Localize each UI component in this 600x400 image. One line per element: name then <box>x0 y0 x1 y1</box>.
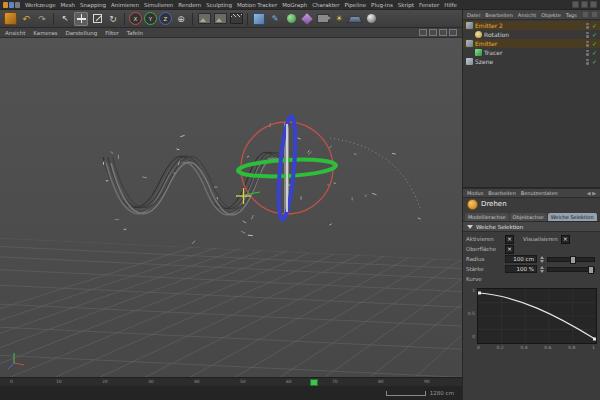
radius-spinner[interactable] <box>540 256 544 263</box>
enabled-check-icon[interactable]: ✓ <box>592 50 597 56</box>
curve-plot[interactable] <box>477 288 597 344</box>
om-menu-objekte[interactable]: Objekte <box>541 12 561 18</box>
oberflaeche-checkbox[interactable] <box>505 245 514 254</box>
c4d-logo-icon[interactable] <box>3 12 17 26</box>
menu-item-mograph[interactable]: MoGraph <box>282 2 307 8</box>
menu-item-sculpting[interactable]: Sculpting <box>206 2 232 8</box>
om-menu-ansicht[interactable]: Ansicht <box>518 12 536 18</box>
light-icon[interactable]: ☀ <box>332 12 346 26</box>
z-axis-lock-button[interactable]: Z <box>159 12 172 25</box>
object-row-tracer[interactable]: Tracer ✓ <box>463 48 600 57</box>
coordinate-system-icon[interactable]: ⊕ <box>174 12 188 26</box>
viewport-canvas[interactable] <box>0 38 462 377</box>
redo-icon[interactable]: ↷ <box>35 12 49 26</box>
deformer-icon[interactable] <box>300 12 314 26</box>
timeline-tick: 50 <box>240 379 246 384</box>
menu-item-plugins[interactable]: Plug-ins <box>371 2 393 8</box>
om-menu-tags[interactable]: Tags <box>566 12 577 18</box>
object-row-rotation[interactable]: Rotation ✓ <box>463 30 600 39</box>
menu-item-werkzeuge[interactable]: Werkzeuge <box>25 2 56 8</box>
aktivieren-checkbox[interactable] <box>505 235 514 244</box>
timeline-tick: 30 <box>148 379 154 384</box>
staerke-field[interactable]: 100 % <box>505 265 537 273</box>
object-row-emitter-2[interactable]: Emitter 2 ✓ <box>463 21 600 30</box>
vp-menu-filter[interactable]: Filter <box>105 30 119 36</box>
app-logo-icon[interactable] <box>3 2 20 8</box>
vp-menu-darstellung[interactable]: Darstellung <box>65 30 97 36</box>
section-header[interactable]: Weiche Selektion <box>463 222 600 232</box>
right-panel: Datei Bearbeiten Ansicht Objekte Tags Em… <box>462 10 600 400</box>
staerke-slider[interactable] <box>547 267 595 272</box>
render-view-icon[interactable] <box>197 12 211 26</box>
menu-item-pipeline[interactable]: Pipeline <box>345 2 367 8</box>
visibility-dots[interactable] <box>586 23 589 29</box>
enabled-check-icon[interactable]: ✓ <box>592 32 597 38</box>
am-nav-icons[interactable]: ◀ ▶ <box>587 190 596 196</box>
tab-weiche-selektion[interactable]: Weiche Selektion <box>548 213 597 221</box>
staerke-spinner[interactable] <box>540 266 544 273</box>
radius-field[interactable]: 100 cm <box>505 255 537 263</box>
object-row-szene[interactable]: Szene ✓ <box>463 57 600 66</box>
viewport-menubar: Ansicht Kameras Darstellung Filter Tafel… <box>0 28 462 38</box>
visibility-dots[interactable] <box>586 59 589 65</box>
menu-item-charakter[interactable]: Charakter <box>312 2 339 8</box>
visualisieren-checkbox[interactable] <box>561 235 570 244</box>
live-selection-icon[interactable]: ↖ <box>58 12 72 26</box>
menu-item-snapping[interactable]: Snapping <box>80 2 106 8</box>
enabled-check-icon[interactable]: ✓ <box>592 41 597 47</box>
main-menubar: Werkzeuge Mesh Snapping Animieren Simuli… <box>0 0 600 10</box>
menu-item-skript[interactable]: Skript <box>398 2 414 8</box>
y-axis-lock-button[interactable]: Y <box>144 12 157 25</box>
x-axis-lock-button[interactable]: X <box>129 12 142 25</box>
vp-menu-ansicht[interactable]: Ansicht <box>5 30 25 36</box>
om-menu-datei[interactable]: Datei <box>467 12 480 18</box>
spline-pen-icon[interactable]: ✎ <box>268 12 282 26</box>
timeline-playhead[interactable] <box>310 379 318 386</box>
tab-objektachse[interactable]: Objektachse <box>510 213 547 221</box>
om-panel-icons[interactable] <box>582 11 598 18</box>
vp-menu-tafeln[interactable]: Tafeln <box>127 30 143 36</box>
viewport-3d[interactable] <box>0 38 462 377</box>
am-menu-bearbeiten[interactable]: Bearbeiten <box>488 190 515 196</box>
mograph-icon[interactable] <box>284 12 298 26</box>
undo-icon[interactable]: ↶ <box>19 12 33 26</box>
camera-icon[interactable] <box>316 12 330 26</box>
rotation-gizmo[interactable] <box>238 116 337 221</box>
move-tool-icon[interactable] <box>74 12 88 26</box>
object-tree: Emitter 2 ✓ Rotation ✓ Emitter <box>463 20 600 188</box>
material-icon[interactable] <box>364 12 378 26</box>
enabled-check-icon[interactable]: ✓ <box>592 59 597 65</box>
am-menu-modus[interactable]: Modus <box>467 190 483 196</box>
ground-grid <box>0 66 462 377</box>
render-picture-viewer-icon[interactable] <box>213 12 227 26</box>
floor-icon[interactable] <box>348 12 362 26</box>
scale-tool-icon[interactable] <box>90 12 104 26</box>
menu-item-simulieren[interactable]: Simulieren <box>144 2 173 8</box>
add-cube-icon[interactable] <box>252 12 266 26</box>
om-menu-bearbeiten[interactable]: Bearbeiten <box>485 12 512 18</box>
radius-slider[interactable] <box>547 257 595 262</box>
menu-item-animieren[interactable]: Animieren <box>111 2 139 8</box>
object-row-emitter[interactable]: Emitter ✓ <box>463 39 600 48</box>
enabled-check-icon[interactable]: ✓ <box>592 23 597 29</box>
rotate-tool-icon[interactable]: ↻ <box>106 12 120 26</box>
collapse-triangle-icon <box>467 225 473 229</box>
tool-title-row: Drehen <box>463 198 600 210</box>
visibility-dots[interactable] <box>586 41 589 47</box>
toolbar-separator <box>53 13 54 25</box>
radius-label: Radius <box>466 256 502 262</box>
vp-menu-kameras[interactable]: Kameras <box>33 30 57 36</box>
render-settings-icon[interactable] <box>229 12 243 26</box>
tab-modellierachse[interactable]: Modellierachse <box>465 213 509 221</box>
menu-item-mesh[interactable]: Mesh <box>61 2 75 8</box>
menu-item-motion-tracker[interactable]: Motion Tracker <box>237 2 277 8</box>
menu-item-rendern[interactable]: Rendern <box>178 2 201 8</box>
visibility-dots[interactable] <box>586 50 589 56</box>
falloff-curve-editor[interactable]: 1 0.5 0 0 0.2 0.4 0.6 0.8 1 <box>477 288 595 350</box>
menu-item-fenster[interactable]: Fenster <box>419 2 439 8</box>
menu-item-hilfe[interactable]: Hilfe <box>444 2 457 8</box>
visibility-dots[interactable] <box>586 32 589 38</box>
layout-icons[interactable] <box>572 1 597 8</box>
view-layout-icons[interactable] <box>419 29 457 36</box>
am-menu-benutzerdaten[interactable]: Benutzerdaten <box>521 190 558 196</box>
